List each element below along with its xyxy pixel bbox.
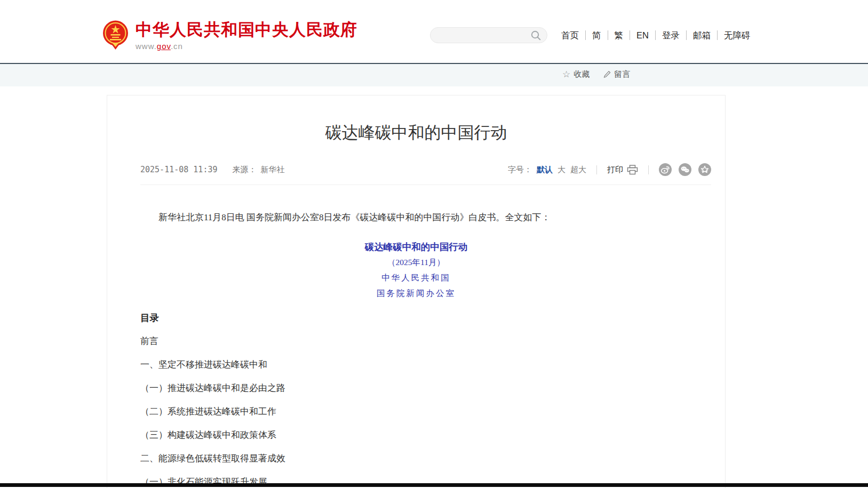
printer-icon bbox=[627, 165, 638, 175]
quick-actions: ☆ 收藏 留言 bbox=[562, 69, 630, 79]
url-www: www. bbox=[136, 42, 157, 51]
toolbar-strip bbox=[0, 64, 868, 86]
site-title: 中华人民共和国中央人民政府 bbox=[136, 20, 357, 39]
star-icon: ☆ bbox=[562, 70, 570, 79]
search-icon[interactable] bbox=[531, 30, 541, 41]
toc-item: 二、能源绿色低碳转型取得显著成效 bbox=[140, 452, 692, 466]
url-gov: gov bbox=[157, 42, 171, 51]
font-size-label: 字号： bbox=[508, 164, 532, 175]
nav-english[interactable]: EN bbox=[630, 30, 656, 40]
site-brand: 中华人民共和国中央人民政府 www.gov.cn bbox=[102, 20, 357, 51]
meta-left: 2025-11-08 11:39 来源： 新华社 bbox=[140, 164, 285, 175]
toc-item: 前言 bbox=[140, 334, 692, 348]
source: 来源： 新华社 bbox=[233, 164, 285, 175]
doc-date: （2025年11月） bbox=[140, 255, 692, 269]
meta-right: 字号： 默认 大 超大 打印 bbox=[508, 163, 711, 176]
toc-item: 一、坚定不移推进碳达峰碳中和 bbox=[140, 358, 692, 372]
article-card: 碳达峰碳中和的中国行动 2025-11-08 11:39 来源： 新华社 字号：… bbox=[107, 95, 726, 488]
favorite-label: 收藏 bbox=[574, 69, 590, 79]
publish-time: 2025-11-08 11:39 bbox=[140, 164, 218, 175]
site-url: www.gov.cn bbox=[136, 42, 357, 51]
top-nav: 首页 简 繁 EN 登录 邮箱 无障碍 bbox=[555, 30, 756, 40]
favorite-button[interactable]: ☆ 收藏 bbox=[562, 69, 590, 79]
article-title: 碳达峰碳中和的中国行动 bbox=[139, 120, 693, 146]
font-size-default-button[interactable]: 默认 bbox=[537, 164, 553, 175]
national-emblem-icon bbox=[102, 20, 129, 50]
nav-mail[interactable]: 邮箱 bbox=[687, 30, 718, 40]
qzone-star-icon[interactable] bbox=[698, 163, 711, 176]
print-label: 打印 bbox=[607, 164, 623, 175]
doc-org-line1: 中华人民共和国 bbox=[140, 271, 692, 285]
table-of-contents: 前言 一、坚定不移推进碳达峰碳中和 （一）推进碳达峰碳中和是必由之路 （二）系统… bbox=[140, 334, 692, 488]
source-label: 来源： bbox=[233, 164, 257, 175]
url-cn: .cn bbox=[171, 42, 183, 51]
font-size-large-button[interactable]: 大 bbox=[558, 164, 566, 175]
source-value: 新华社 bbox=[261, 164, 285, 175]
meta-divider bbox=[596, 165, 597, 174]
comment-button[interactable]: 留言 bbox=[603, 69, 630, 79]
search-box bbox=[430, 27, 547, 43]
article-meta: 2025-11-08 11:39 来源： 新华社 字号： 默认 大 超大 打印 bbox=[140, 163, 711, 185]
doc-title: 碳达峰碳中和的中国行动 bbox=[140, 240, 692, 254]
bottom-window-edge bbox=[0, 483, 868, 487]
toc-heading: 目录 bbox=[140, 311, 692, 325]
share-buttons bbox=[659, 163, 711, 176]
pencil-icon bbox=[603, 70, 611, 79]
toc-item: （一）推进碳达峰碳中和是必由之路 bbox=[140, 381, 692, 395]
weibo-icon[interactable] bbox=[659, 163, 672, 176]
site-header: 中华人民共和国中央人民政府 www.gov.cn 首页 简 繁 EN 登录 邮箱… bbox=[0, 0, 868, 63]
nav-login[interactable]: 登录 bbox=[656, 30, 687, 40]
search-input[interactable] bbox=[436, 30, 528, 40]
nav-simplified[interactable]: 简 bbox=[586, 30, 608, 40]
font-size-xlarge-button[interactable]: 超大 bbox=[570, 164, 586, 175]
toc-item: （二）系统推进碳达峰碳中和工作 bbox=[140, 405, 692, 419]
article-body: 新华社北京11月8日电 国务院新闻办公室8日发布《碳达峰碳中和的中国行动》白皮书… bbox=[140, 211, 692, 488]
print-button[interactable]: 打印 bbox=[607, 164, 638, 175]
doc-org-line2: 国务院新闻办公室 bbox=[140, 286, 692, 300]
nav-home[interactable]: 首页 bbox=[555, 30, 586, 40]
comment-label: 留言 bbox=[614, 69, 630, 79]
nav-accessibility[interactable]: 无障碍 bbox=[718, 30, 757, 40]
brand-text: 中华人民共和国中央人民政府 www.gov.cn bbox=[136, 20, 357, 51]
toc-item: （三）构建碳达峰碳中和政策体系 bbox=[140, 428, 692, 442]
lead-paragraph: 新华社北京11月8日电 国务院新闻办公室8日发布《碳达峰碳中和的中国行动》白皮书… bbox=[140, 211, 692, 225]
nav-traditional[interactable]: 繁 bbox=[608, 30, 631, 40]
wechat-icon[interactable] bbox=[679, 163, 691, 176]
meta-divider bbox=[648, 165, 649, 174]
